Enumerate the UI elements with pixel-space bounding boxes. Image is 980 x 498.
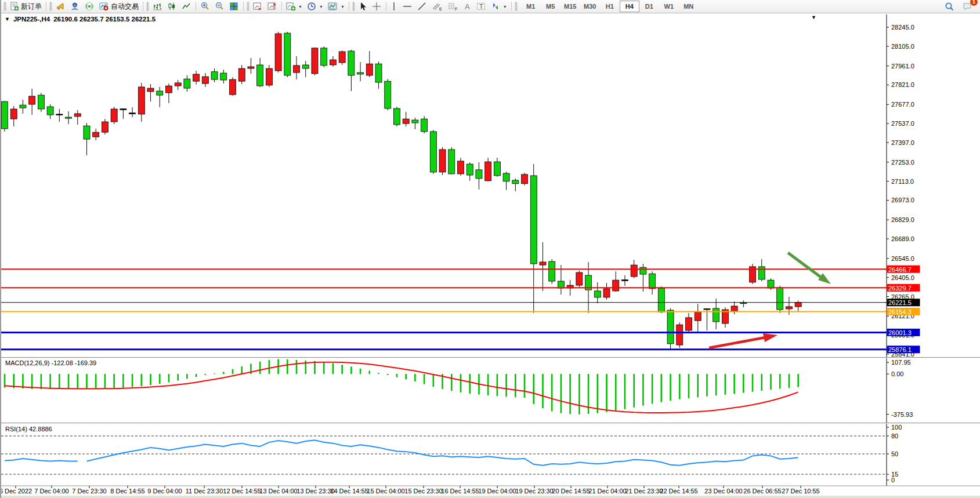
- svg-text:28105.0: 28105.0: [891, 43, 914, 50]
- svg-text:26466.7: 26466.7: [888, 266, 912, 273]
- svg-text:26 Dec 06:55: 26 Dec 06:55: [743, 488, 781, 495]
- macd-indicator-label: MACD(12,26,9) -122.08 -169.39: [5, 359, 96, 366]
- svg-text:20 Dec 14:55: 20 Dec 14:55: [552, 488, 590, 495]
- svg-text:6 Dec 2022: 6 Dec 2022: [1, 488, 32, 495]
- svg-text:16 Dec 14:55: 16 Dec 14:55: [441, 488, 479, 495]
- svg-text:26545.0: 26545.0: [891, 255, 914, 262]
- svg-text:26154.3: 26154.3: [888, 308, 912, 315]
- svg-text:0: 0: [891, 477, 895, 484]
- svg-text:80: 80: [891, 432, 898, 439]
- macd-values: -122.08 -169.39: [51, 359, 96, 366]
- svg-text:7 Dec 23:30: 7 Dec 23:30: [72, 488, 106, 495]
- svg-text:27253.0: 27253.0: [891, 159, 914, 166]
- macd-name: MACD(12,26,9): [5, 359, 49, 366]
- svg-text:26221.5: 26221.5: [888, 299, 912, 306]
- svg-text:50: 50: [891, 450, 898, 457]
- svg-text:28245.0: 28245.0: [891, 24, 914, 31]
- chart-shift-marker[interactable]: ▼: [811, 14, 816, 20]
- svg-text:100: 100: [891, 424, 902, 431]
- svg-text:27397.0: 27397.0: [891, 139, 914, 146]
- svg-text:26405.0: 26405.0: [891, 274, 914, 281]
- chart-title: ▼ JPN225-,H4 26190.6 26235.7 26153.5 262…: [5, 16, 156, 23]
- rsi-value: 42.8886: [29, 426, 52, 432]
- svg-text:15 Dec 23:30: 15 Dec 23:30: [404, 488, 442, 495]
- svg-text:14 Dec 14:55: 14 Dec 14:55: [330, 488, 368, 495]
- svg-text:26329.7: 26329.7: [888, 285, 912, 292]
- chart-canvas[interactable]: 28245.028105.027961.027821.027677.027537…: [1, 0, 980, 498]
- svg-text:15 Dec 04:00: 15 Dec 04:00: [367, 488, 404, 495]
- rsi-indicator-label: RSI(14) 42.8886: [5, 426, 52, 432]
- svg-text:27537.0: 27537.0: [891, 120, 914, 127]
- symbol-timeframe: JPN225-,H4: [13, 16, 50, 23]
- svg-text:26001.3: 26001.3: [888, 329, 912, 336]
- svg-text:12 Dec 14:55: 12 Dec 14:55: [223, 488, 261, 495]
- svg-text:27821.0: 27821.0: [891, 81, 914, 88]
- svg-text:8 Dec 14:55: 8 Dec 14:55: [110, 488, 144, 495]
- svg-text:26689.0: 26689.0: [891, 235, 914, 242]
- svg-text:27113.0: 27113.0: [891, 178, 914, 185]
- svg-text:27 Dec 10:55: 27 Dec 10:55: [782, 488, 819, 495]
- svg-text:107.95: 107.95: [891, 359, 911, 366]
- svg-text:9 Dec 04:00: 9 Dec 04:00: [147, 488, 182, 495]
- svg-text:-375.93: -375.93: [891, 411, 913, 418]
- svg-text:21 Dec 04:00: 21 Dec 04:00: [588, 488, 626, 495]
- trading-terminal-window: 新订单: [0, 0, 980, 498]
- svg-text:26829.0: 26829.0: [891, 216, 914, 223]
- svg-text:7 Dec 04:00: 7 Dec 04:00: [34, 488, 68, 495]
- svg-text:11 Dec 23:30: 11 Dec 23:30: [186, 488, 223, 495]
- symbol-dropdown-caret[interactable]: ▼: [5, 16, 10, 22]
- svg-text:23 Dec 04:00: 23 Dec 04:00: [704, 488, 742, 495]
- svg-text:13 Dec 23:30: 13 Dec 23:30: [296, 488, 334, 495]
- svg-text:0.00: 0.00: [891, 370, 903, 377]
- ohlc-values: 26190.6 26235.7 26153.5 26221.5: [53, 16, 156, 23]
- svg-text:21 Dec 23:30: 21 Dec 23:30: [625, 488, 663, 495]
- svg-text:22 Dec 14:55: 22 Dec 14:55: [660, 488, 697, 495]
- svg-text:13 Dec 04:00: 13 Dec 04:00: [259, 488, 297, 495]
- svg-text:25876.1: 25876.1: [888, 346, 912, 353]
- svg-text:27677.0: 27677.0: [891, 101, 914, 108]
- svg-text:27961.0: 27961.0: [891, 63, 914, 70]
- svg-text:19 Dec 23:30: 19 Dec 23:30: [515, 488, 553, 495]
- rsi-name: RSI(14): [5, 426, 27, 432]
- svg-text:19 Dec 04:00: 19 Dec 04:00: [478, 488, 516, 495]
- svg-text:26973.0: 26973.0: [891, 197, 914, 203]
